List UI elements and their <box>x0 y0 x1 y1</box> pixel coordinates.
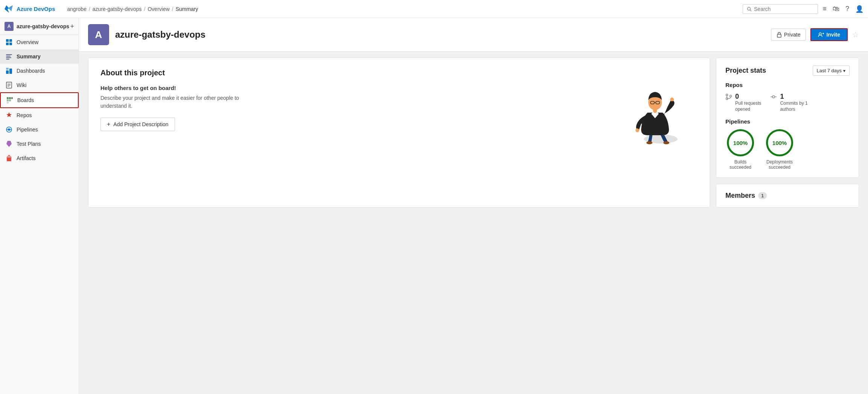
svg-rect-21 <box>9 99 11 101</box>
pull-request-icon <box>725 93 732 102</box>
svg-line-1 <box>750 10 751 11</box>
app-name: Azure DevOps <box>17 6 55 12</box>
stats-header: Project stats Last 7 days ▾ <box>725 66 850 76</box>
breadcrumb-item-4: Summary <box>176 6 198 12</box>
svg-point-30 <box>819 33 821 35</box>
svg-rect-22 <box>7 102 9 104</box>
app-body: A azure-gatsby-devops + Overview <box>0 18 868 394</box>
about-title: About this project <box>100 69 698 77</box>
svg-point-41 <box>635 128 639 132</box>
about-help-title: Help others to get on board! <box>100 85 258 91</box>
repos-icon <box>5 111 13 119</box>
svg-rect-29 <box>777 34 781 37</box>
sidebar-item-wiki[interactable]: Wiki <box>0 78 79 92</box>
shop-icon[interactable]: 🛍 <box>833 5 839 13</box>
builds-stat: 100% Builds succeeded <box>725 129 756 170</box>
pipelines-icon <box>5 126 13 133</box>
pull-requests-label: Pull requestsopened <box>735 101 761 112</box>
sidebar-item-boards[interactable]: Boards <box>0 92 79 108</box>
sidebar-item-dashboards-label: Dashboards <box>17 68 45 74</box>
add-desc-label: Add Project Description <box>113 121 168 127</box>
main-content: A azure-gatsby-devops Private <box>79 18 868 394</box>
commits-count: 1 <box>780 93 807 101</box>
svg-point-24 <box>8 128 10 131</box>
testplans-icon <box>5 140 13 148</box>
private-label: Private <box>784 32 801 38</box>
summary-icon <box>5 53 13 60</box>
sidebar-item-pipelines-label: Pipelines <box>17 127 38 133</box>
svg-rect-10 <box>6 70 9 74</box>
invite-icon <box>818 32 824 37</box>
sidebar-item-artifacts-label: Artifacts <box>17 155 36 161</box>
svg-rect-6 <box>6 54 12 55</box>
svg-rect-2 <box>6 39 9 42</box>
members-title: Members <box>725 192 755 200</box>
svg-rect-20 <box>7 99 9 101</box>
settings-icon[interactable]: ≡ <box>822 5 827 13</box>
deployments-stat: 100% Deployments succeeded <box>765 129 795 170</box>
members-count: 1 <box>758 192 767 199</box>
deployments-label: Deployments succeeded <box>765 159 795 170</box>
svg-point-39 <box>663 141 669 144</box>
chevron-down-icon: ▾ <box>843 68 845 73</box>
sidebar-item-testplans-label: Test Plans <box>17 141 41 147</box>
svg-rect-27 <box>7 157 11 161</box>
app-logo[interactable]: Azure DevOps <box>5 5 55 14</box>
sidebar-item-summary-label: Summary <box>17 53 41 60</box>
stats-period-button[interactable]: Last 7 days ▾ <box>813 66 850 76</box>
sidebar-item-dashboards[interactable]: Dashboards <box>0 64 79 78</box>
sidebar-item-repos[interactable]: Repos <box>0 108 79 122</box>
stats-panel: Project stats Last 7 days ▾ Repos <box>716 58 859 208</box>
user-icon[interactable]: 👤 <box>855 5 863 13</box>
sidebar-item-overview[interactable]: Overview <box>0 35 79 49</box>
svg-rect-19 <box>11 97 13 99</box>
project-header-left: A azure-gatsby-devops <box>88 24 205 45</box>
pull-requests-info: 0 Pull requestsopened <box>735 93 761 112</box>
pipelines-section: Pipelines 100% Builds succeeded 100% <box>725 118 850 170</box>
invite-label: Invite <box>826 32 840 38</box>
boards-icon <box>6 96 14 104</box>
sidebar-item-summary[interactable]: Summary <box>0 49 79 64</box>
commits-info: 1 Commits by 1authors <box>780 93 807 112</box>
svg-point-43 <box>726 94 728 96</box>
repos-stats-row: 0 Pull requestsopened <box>725 93 850 112</box>
sidebar-project[interactable]: A azure-gatsby-devops <box>5 22 69 31</box>
breadcrumb-item-2[interactable]: azure-gatsby-devops <box>93 6 142 12</box>
sidebar-item-repos-label: Repos <box>17 112 32 118</box>
breadcrumb-item-1[interactable]: angrobe <box>67 6 87 12</box>
sidebar-item-pipelines[interactable]: Pipelines <box>0 122 79 137</box>
about-help-text: Describe your project and make it easier… <box>100 94 258 110</box>
breadcrumb-item-3[interactable]: Overview <box>147 6 169 12</box>
sidebar-nav: Overview Summary <box>0 35 79 394</box>
sidebar-item-artifacts[interactable]: Artifacts <box>0 151 79 165</box>
builds-label: Builds succeeded <box>725 159 756 170</box>
breadcrumb-sep-1: / <box>89 6 90 12</box>
svg-rect-4 <box>6 43 9 45</box>
sidebar: A azure-gatsby-devops + Overview <box>0 18 79 394</box>
members-card: Members 1 <box>716 184 859 208</box>
about-card: About this project Help others to get on… <box>88 58 710 208</box>
stats-title: Project stats <box>725 67 766 75</box>
breadcrumb: angrobe / azure-gatsby-devops / Overview… <box>60 6 739 12</box>
pull-requests-count: 0 <box>735 93 761 101</box>
star-button[interactable]: ☆ <box>852 30 859 39</box>
dashboards-icon <box>5 67 13 75</box>
svg-point-0 <box>748 7 751 10</box>
about-illustration <box>627 81 687 148</box>
sidebar-item-testplans[interactable]: Test Plans <box>0 137 79 151</box>
svg-rect-8 <box>6 57 11 58</box>
sidebar-add-button[interactable]: + <box>70 23 74 31</box>
help-icon[interactable]: ? <box>845 5 849 13</box>
invite-button[interactable]: Invite <box>810 28 848 41</box>
search-input[interactable] <box>754 6 814 12</box>
private-button[interactable]: Private <box>771 29 806 41</box>
builds-percent: 100% <box>733 140 748 146</box>
content-grid: About this project Help others to get on… <box>79 52 868 214</box>
search-icon <box>747 6 752 12</box>
artifacts-icon <box>5 154 13 162</box>
search-box[interactable] <box>743 4 818 14</box>
svg-rect-3 <box>9 39 12 42</box>
svg-rect-18 <box>9 97 11 99</box>
project-title: azure-gatsby-devops <box>115 29 205 40</box>
add-description-button[interactable]: + Add Project Description <box>100 118 175 131</box>
